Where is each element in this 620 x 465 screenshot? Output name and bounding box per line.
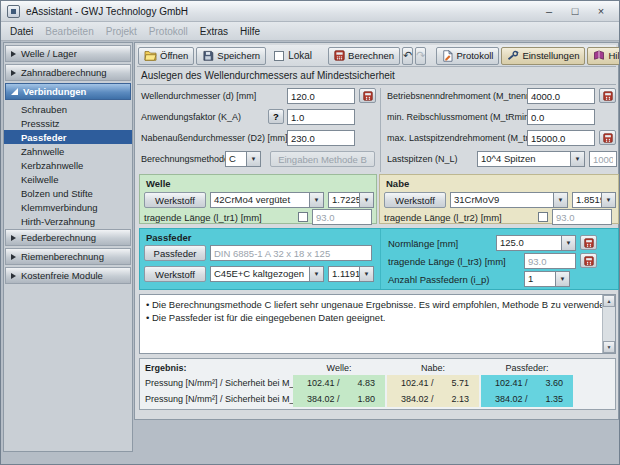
notes-scrollbar[interactable]: ▲ ▼ bbox=[602, 295, 615, 353]
note-line: • Die Passfeder ist für die eingegebenen… bbox=[146, 312, 385, 323]
result-cell-passfeder-tnenn: 102.41 / 3.60 bbox=[481, 375, 573, 391]
sidebar-category-kostenfreie-module[interactable]: Kostenfreie Module bbox=[5, 267, 131, 284]
menu-protokoll: Protokoll bbox=[143, 26, 194, 37]
sidebar-item-klemmverbindung[interactable]: Klemmverbindung bbox=[4, 200, 132, 214]
hub-outer-diameter-input[interactable] bbox=[287, 130, 355, 146]
sidebar-category-welle-lager[interactable]: Welle / Lager bbox=[5, 45, 131, 62]
settings-icon bbox=[507, 50, 519, 61]
sidebar-item-kerbzahnwelle[interactable]: Kerbzahnwelle bbox=[4, 158, 132, 172]
section-divider bbox=[137, 84, 616, 85]
hub-outer-diameter-label: Nabenaußendurchmesser (D2) [mm] bbox=[141, 133, 288, 143]
settings-label: Einstellungen bbox=[522, 50, 579, 61]
note-text: Die Passfeder ist für die eingegebenen D… bbox=[152, 312, 385, 323]
minimize-button[interactable]: – bbox=[541, 2, 557, 20]
calc-method-value: C bbox=[226, 152, 246, 166]
sidebar-item-zahnwelle[interactable]: Zahnwelle bbox=[4, 144, 132, 158]
calc-method-label: Berechnungsmethode bbox=[141, 154, 229, 164]
shaft-diameter-label: Wellendurchmesser (d) [mm] bbox=[141, 91, 256, 101]
safety-value: 1.35 bbox=[545, 394, 563, 404]
chevron-down-icon: ▼ bbox=[309, 267, 323, 281]
passfeder-select-button[interactable]: Passfeder bbox=[144, 245, 206, 261]
folder-open-icon bbox=[144, 50, 157, 61]
max-peak-torque-calculator-button[interactable] bbox=[599, 130, 616, 145]
nabe-panel: Nabe Werkstoff 31CrMoV9 ▼ 1.8519 ▼ trage… bbox=[379, 174, 619, 224]
window-title: eAssistant - GWJ Technology GmbH bbox=[26, 6, 188, 17]
passfeder-din-input bbox=[210, 245, 372, 261]
local-checkbox-group: Lokal bbox=[268, 50, 318, 61]
passfeder-material-number-value: 1.1191 bbox=[329, 267, 359, 281]
settings-button[interactable]: Einstellungen bbox=[501, 47, 585, 65]
sidebar-item-hirth-verzahnung[interactable]: Hirth-Verzahnung bbox=[4, 214, 132, 228]
norm-length-calculator-button[interactable] bbox=[580, 235, 597, 250]
load-peaks-select[interactable]: 10^4 Spitzen ▼ bbox=[477, 151, 585, 167]
key-count-select[interactable]: 1 ▼ bbox=[524, 271, 570, 287]
passfeder-panel-title: Passfeder bbox=[146, 232, 191, 243]
chevron-down-icon: ▼ bbox=[309, 193, 323, 207]
menu-datei[interactable]: Datei bbox=[4, 26, 39, 37]
sidebar-category-federberechnung[interactable]: Federberechnung bbox=[5, 229, 131, 246]
scroll-down-icon[interactable]: ▼ bbox=[603, 341, 615, 353]
bearing-length-calculator-button[interactable] bbox=[580, 253, 597, 268]
nominal-torque-calculator-button[interactable] bbox=[599, 88, 616, 103]
open-button[interactable]: Öffnen bbox=[138, 47, 194, 65]
min-friction-torque-input[interactable] bbox=[527, 109, 595, 125]
pressure-value: 102.41 / bbox=[401, 378, 434, 388]
welle-material-value: 42CrMo4 vergütet bbox=[211, 193, 309, 207]
chevron-right-icon bbox=[11, 254, 16, 260]
sidebar-category-zahnradberechnung[interactable]: Zahnradberechnung bbox=[5, 64, 131, 81]
calc-method-select[interactable]: C ▼ bbox=[225, 151, 261, 167]
passfeder-bearing-length-input bbox=[524, 253, 576, 269]
redo-icon: ↷ bbox=[416, 49, 425, 62]
nabe-material-number-select[interactable]: 1.8519 ▼ bbox=[572, 192, 616, 208]
shaft-diameter-input[interactable] bbox=[287, 88, 355, 104]
welle-length-input bbox=[312, 209, 372, 225]
welle-werkstoff-button[interactable]: Werkstoff bbox=[144, 192, 206, 208]
nabe-material-select[interactable]: 31CrMoV9 ▼ bbox=[450, 192, 568, 208]
chevron-expanded-icon bbox=[11, 88, 18, 95]
shaft-diameter-calculator-button[interactable] bbox=[359, 88, 376, 103]
result-cell-nabe-tnenn: 102.41 / 5.71 bbox=[387, 375, 479, 391]
application-factor-input[interactable] bbox=[287, 109, 355, 125]
passfeder-material-number-select[interactable]: 1.1191 ▼ bbox=[328, 266, 374, 282]
protocol-button[interactable]: Protokoll bbox=[436, 47, 499, 65]
menu-extras[interactable]: Extras bbox=[194, 26, 234, 37]
nabe-material-value: 31CrMoV9 bbox=[451, 193, 553, 207]
norm-length-select[interactable]: 125.0 ▼ bbox=[496, 235, 576, 251]
sidebar-category-verbindungen[interactable]: Verbindungen bbox=[5, 83, 131, 100]
sidebar-category-riemenberechnung[interactable]: Riemenberechnung bbox=[5, 248, 131, 265]
calculate-button[interactable]: Berechnen bbox=[328, 47, 400, 65]
sidebar-item-presssitz[interactable]: Presssitz bbox=[4, 116, 132, 130]
maximize-button[interactable]: □ bbox=[567, 2, 583, 20]
calculator-icon bbox=[603, 91, 613, 101]
nabe-length-checkbox[interactable] bbox=[538, 212, 548, 222]
menu-hilfe[interactable]: Hilfe bbox=[234, 26, 266, 37]
note-text: Die Berechnungsmethode C liefert sehr un… bbox=[152, 299, 613, 310]
nabe-werkstoff-button[interactable]: Werkstoff bbox=[384, 192, 446, 208]
scroll-up-icon[interactable]: ▲ bbox=[603, 295, 615, 307]
sidebar-item-bolzen-und-stifte[interactable]: Bolzen und Stifte bbox=[4, 186, 132, 200]
close-button[interactable]: × bbox=[593, 2, 609, 20]
window-controls: – □ × bbox=[541, 2, 613, 20]
document-icon bbox=[442, 50, 453, 62]
undo-button[interactable]: ↶ bbox=[402, 47, 413, 65]
sidebar-item-keilwelle[interactable]: Keilwelle bbox=[4, 172, 132, 186]
passfeder-werkstoff-button[interactable]: Werkstoff bbox=[144, 266, 206, 282]
undo-icon: ↶ bbox=[403, 49, 412, 62]
local-checkbox[interactable] bbox=[274, 51, 284, 61]
chevron-down-icon: ▼ bbox=[359, 193, 373, 207]
app-window: eAssistant - GWJ Technology GmbH – □ × D… bbox=[0, 0, 620, 465]
welle-material-number-select[interactable]: 1.7225 ▼ bbox=[328, 192, 374, 208]
application-factor-help-button[interactable]: ? bbox=[268, 109, 284, 124]
chevron-right-icon bbox=[11, 235, 16, 241]
nominal-torque-input[interactable] bbox=[527, 88, 595, 104]
help-button[interactable]: Hilfe bbox=[587, 47, 620, 65]
welle-material-select[interactable]: 42CrMo4 vergütet ▼ bbox=[210, 192, 324, 208]
sidebar: Welle / Lager Zahnradberechnung Verbindu… bbox=[3, 42, 133, 452]
max-peak-torque-input[interactable] bbox=[527, 130, 595, 146]
passfeder-material-select[interactable]: C45E+C kaltgezogen ▼ bbox=[210, 266, 324, 282]
sidebar-item-schrauben[interactable]: Schrauben bbox=[4, 102, 132, 116]
chevron-down-icon: ▼ bbox=[570, 152, 584, 166]
sidebar-item-passfeder[interactable]: Passfeder bbox=[4, 130, 132, 144]
save-button[interactable]: Speichern bbox=[196, 47, 266, 65]
welle-length-checkbox[interactable] bbox=[298, 212, 308, 222]
